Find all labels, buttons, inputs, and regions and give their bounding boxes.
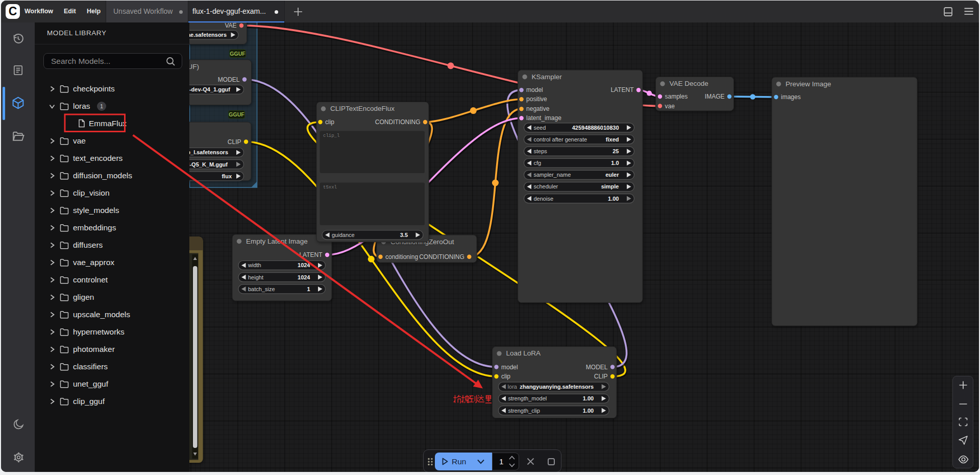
svg-text:VAE Decode: VAE Decode [670, 80, 708, 87]
svg-text:GGUF: GGUF [230, 51, 246, 57]
svg-text:MODEL: MODEL [218, 76, 240, 83]
svg-text:Unet Loader (GGUF): Unet Loader (GGUF) [189, 63, 199, 70]
svg-text:clip_l: clip_l [323, 133, 339, 138]
svg-text:CLIPTextEncodeFlux: CLIPTextEncodeFlux [330, 105, 395, 112]
svg-text:KSampler: KSampler [532, 73, 562, 81]
svg-text:LATENT: LATENT [299, 251, 323, 258]
svg-text:25: 25 [612, 148, 619, 154]
svg-text:seed: seed [534, 125, 546, 131]
svg-text:images: images [781, 93, 801, 101]
svg-text:LATENT: LATENT [610, 86, 634, 93]
svg-text:denoise: denoise [534, 196, 554, 202]
svg-text:xxl-Q5_K_M.gguf: xxl-Q5_K_M.gguf [189, 161, 228, 168]
svg-text:width: width [248, 262, 261, 268]
svg-text:clip: clip [325, 118, 334, 126]
svg-text:conditioning: conditioning [385, 253, 418, 260]
svg-text:clip_l.safetensors: clip_l.safetensors [189, 149, 228, 155]
svg-text:CLIP: CLIP [228, 138, 241, 146]
svg-text:cfg: cfg [534, 160, 542, 166]
svg-text:lora: lora [508, 384, 518, 390]
svg-text:strength_clip: strength_clip [508, 408, 540, 414]
svg-text:3.5: 3.5 [400, 232, 408, 238]
svg-text:425948886010830: 425948886010830 [572, 125, 619, 131]
svg-text:clip: clip [501, 373, 510, 380]
svg-text:Preview Image: Preview Image [786, 80, 831, 88]
svg-text:control after generate: control after generate [534, 136, 587, 142]
svg-text:negative: negative [526, 105, 550, 112]
svg-text:model: model [526, 86, 543, 93]
svg-text:model: model [501, 364, 518, 371]
svg-text:1.00: 1.00 [608, 196, 619, 202]
svg-text:CONDITIONING: CONDITIONING [375, 118, 421, 126]
svg-text:samples: samples [665, 93, 688, 100]
svg-text:guidance: guidance [332, 232, 355, 238]
svg-text:strength_model: strength_model [508, 395, 547, 401]
svg-text:GGUF: GGUF [229, 111, 244, 117]
svg-text:fixed: fixed [606, 136, 619, 142]
svg-text:CLIP: CLIP [594, 373, 608, 380]
svg-text:simple: simple [601, 183, 619, 189]
svg-text:1024: 1024 [298, 262, 310, 268]
svg-text:IMAGE: IMAGE [705, 93, 725, 100]
svg-text:MODEL: MODEL [586, 364, 608, 371]
svg-text:1.0: 1.0 [611, 160, 619, 166]
svg-text:1.00: 1.00 [583, 395, 594, 401]
svg-text:latent_image: latent_image [526, 114, 561, 122]
svg-text:1.00: 1.00 [583, 408, 594, 414]
svg-text:ae.safetensors: ae.safetensors [189, 32, 227, 38]
svg-text:Load LoRA: Load LoRA [506, 349, 541, 357]
svg-text:1024: 1024 [298, 274, 310, 280]
svg-text:steps: steps [534, 148, 548, 154]
svg-text:CONDITIONING: CONDITIONING [419, 253, 464, 260]
svg-text:euler: euler [605, 172, 619, 178]
svg-text:flux1-dev-Q4_1.gguf: flux1-dev-Q4_1.gguf [189, 86, 230, 92]
svg-text:sampler_name: sampler_name [534, 172, 571, 178]
svg-text:Empty Latent Image: Empty Latent Image [246, 238, 308, 245]
svg-text:vae: vae [665, 103, 675, 110]
svg-text:VAE: VAE [225, 22, 236, 29]
svg-text:positive: positive [526, 96, 547, 103]
svg-text:height: height [248, 274, 263, 280]
svg-text:zhangyuanying.safetensors: zhangyuanying.safetensors [520, 384, 594, 390]
svg-text:flux: flux [222, 173, 232, 179]
svg-text:1: 1 [307, 286, 310, 292]
svg-text:batch_size: batch_size [248, 286, 275, 292]
svg-text:t5xxl: t5xxl [323, 185, 337, 190]
svg-text:scheduler: scheduler [534, 183, 558, 189]
